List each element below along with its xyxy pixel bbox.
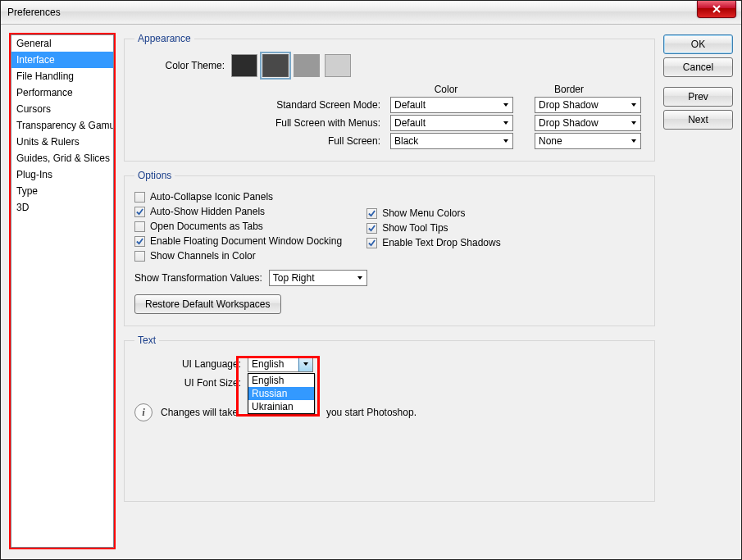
cancel-button[interactable]: Cancel — [663, 57, 733, 77]
window-title: Preferences — [7, 7, 61, 18]
color-combo[interactable]: Black — [390, 133, 513, 149]
options-group: Options Auto-Collapse Iconic PanelsAuto-… — [124, 170, 655, 326]
next-button[interactable]: Next — [663, 110, 733, 130]
color-theme-label: Color Theme: — [134, 60, 225, 71]
settings-panel: Appearance Color Theme: Color Border Sta… — [124, 33, 655, 551]
dialog-buttons: OK Cancel Prev Next — [663, 33, 733, 551]
appearance-group: Appearance Color Theme: Color Border Sta… — [124, 33, 655, 162]
screen-mode-label: Standard Screen Mode: — [134, 99, 384, 111]
chevron-down-icon — [353, 271, 366, 285]
options-left-column: Auto-Collapse Iconic PanelsAuto-Show Hid… — [134, 189, 342, 263]
dropdown-option[interactable]: Ukrainian — [248, 400, 314, 413]
color-header: Color — [380, 84, 512, 95]
category-item[interactable]: General — [11, 35, 113, 52]
border-combo[interactable]: Drop Shadow — [535, 115, 641, 131]
category-item[interactable]: 3D — [11, 199, 113, 216]
ui-language-combo[interactable]: English EnglishRussianUkrainian — [248, 356, 313, 372]
checkbox-icon — [134, 251, 145, 262]
text-legend: Text — [134, 335, 159, 346]
dialog-body: GeneralInterfaceFile HandlingPerformance… — [1, 25, 741, 559]
option-checkbox[interactable]: Auto-Show Hidden Panels — [134, 206, 342, 217]
color-theme-swatch[interactable] — [294, 54, 320, 77]
category-item[interactable]: Type — [11, 183, 113, 199]
color-combo[interactable]: Default — [390, 115, 513, 131]
text-group: Text UI Language: English EnglishRussian… — [124, 335, 655, 502]
checkbox-label: Auto-Show Hidden Panels — [150, 206, 265, 217]
chevron-down-icon — [499, 98, 512, 112]
option-checkbox[interactable]: Show Tool Tips — [366, 222, 501, 234]
category-list[interactable]: GeneralInterfaceFile HandlingPerformance… — [11, 34, 114, 548]
appearance-legend: Appearance — [134, 33, 194, 44]
category-item[interactable]: Interface — [11, 52, 113, 68]
category-list-highlight: GeneralInterfaceFile HandlingPerformance… — [9, 33, 116, 549]
chevron-down-icon — [627, 116, 640, 130]
checkbox-label: Open Documents as Tabs — [150, 221, 263, 232]
option-checkbox[interactable]: Show Channels in Color — [134, 250, 342, 262]
chevron-down-icon — [627, 98, 640, 112]
category-item[interactable]: File Handling — [11, 68, 113, 84]
restart-note-after: you start Photoshop. — [324, 407, 417, 418]
border-combo[interactable]: None — [535, 133, 641, 149]
transform-values-label: Show Transformation Values: — [134, 272, 262, 284]
category-item[interactable]: Transparency & Gamut — [11, 117, 113, 134]
restart-note-before: Changes will take — [161, 407, 240, 418]
category-item[interactable]: Guides, Grid & Slices — [11, 150, 113, 166]
option-checkbox[interactable]: Auto-Collapse Iconic Panels — [134, 191, 342, 203]
options-legend: Options — [134, 170, 175, 181]
checkbox-icon — [134, 192, 145, 203]
category-item[interactable]: Units & Rulers — [11, 134, 113, 150]
option-checkbox[interactable]: Enable Text Drop Shadows — [366, 237, 501, 248]
ui-language-label: UI Language: — [134, 358, 241, 370]
checkbox-label: Enable Floating Document Window Docking — [150, 235, 342, 247]
color-theme-swatch[interactable] — [325, 54, 351, 77]
border-header: Border — [512, 84, 626, 95]
color-combo[interactable]: Default — [390, 97, 513, 113]
option-checkbox[interactable]: Enable Floating Document Window Docking — [134, 235, 342, 247]
option-checkbox[interactable]: Open Documents as Tabs — [134, 221, 342, 232]
checkbox-label: Show Menu Colors — [382, 207, 465, 219]
category-item[interactable]: Cursors — [11, 101, 113, 117]
category-item[interactable]: Performance — [11, 84, 113, 101]
ui-language-dropdown[interactable]: EnglishRussianUkrainian — [248, 373, 315, 414]
dropdown-option[interactable]: Russian — [248, 387, 314, 400]
color-theme-swatches — [231, 54, 351, 77]
checkbox-icon — [366, 208, 377, 219]
chevron-down-icon — [627, 134, 640, 148]
options-right-column: Show Menu ColorsShow Tool TipsEnable Tex… — [366, 189, 501, 263]
restore-workspaces-button[interactable]: Restore Default Workspaces — [134, 294, 281, 314]
chevron-down-icon — [499, 134, 512, 148]
checkbox-label: Auto-Collapse Iconic Panels — [150, 191, 273, 203]
checkbox-icon — [366, 238, 377, 248]
category-item[interactable]: Plug-Ins — [11, 166, 113, 183]
chevron-down-icon — [499, 116, 512, 130]
chevron-down-icon — [298, 357, 312, 371]
checkbox-icon — [134, 236, 145, 247]
option-checkbox[interactable]: Show Menu Colors — [366, 207, 501, 219]
transform-values-combo[interactable]: Top Right — [269, 270, 367, 286]
prev-button[interactable]: Prev — [663, 87, 733, 107]
preferences-window: Preferences GeneralInterfaceFile Handlin… — [0, 0, 742, 560]
ui-font-size-label: UI Font Size: — [134, 377, 241, 389]
close-icon — [712, 5, 721, 13]
checkbox-label: Show Tool Tips — [382, 222, 448, 234]
ok-button[interactable]: OK — [663, 34, 733, 54]
checkbox-icon — [134, 207, 145, 217]
checkbox-label: Show Channels in Color — [150, 250, 256, 262]
checkbox-icon — [366, 223, 377, 234]
color-theme-swatch[interactable] — [262, 54, 289, 77]
checkbox-icon — [134, 221, 145, 232]
dropdown-option[interactable]: English — [248, 374, 314, 387]
close-button[interactable] — [697, 1, 736, 18]
screen-mode-label: Full Screen: — [134, 135, 384, 147]
border-combo[interactable]: Drop Shadow — [535, 97, 641, 113]
screen-mode-label: Full Screen with Menus: — [134, 117, 384, 129]
checkbox-label: Enable Text Drop Shadows — [382, 237, 501, 248]
titlebar[interactable]: Preferences — [1, 1, 741, 25]
color-theme-swatch[interactable] — [231, 54, 257, 77]
info-icon: i — [134, 403, 152, 421]
